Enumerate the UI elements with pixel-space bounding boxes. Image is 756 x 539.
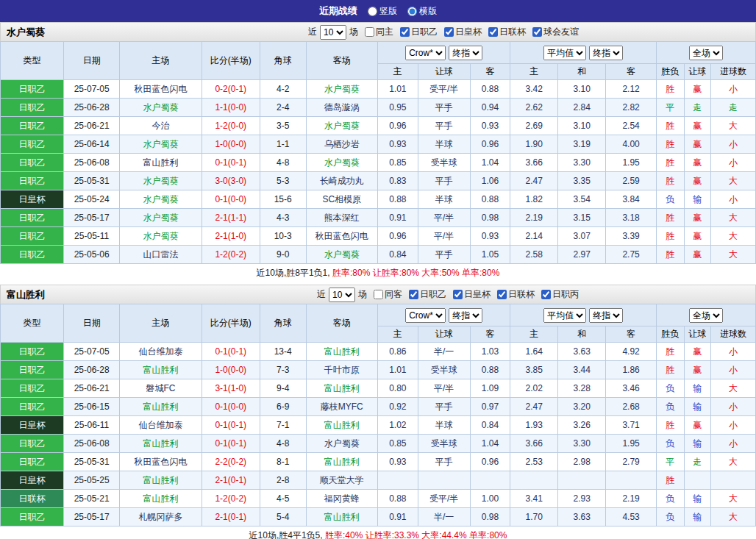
home-team-cell[interactable]: 富山胜利	[120, 154, 202, 172]
average-select[interactable]: 平均值	[543, 308, 586, 323]
home-team-cell[interactable]: 秋田蓝色闪电	[120, 453, 202, 471]
sub-column-header: 客	[606, 326, 657, 343]
home-team-cell[interactable]: 水户蜀葵	[120, 99, 202, 117]
league-checkbox[interactable]	[541, 290, 551, 299]
away-team-cell[interactable]: 长崎成功丸	[306, 172, 377, 190]
same-venue-checkbox[interactable]	[374, 290, 383, 299]
bookmaker-select[interactable]: Crow*	[405, 46, 446, 60]
home-team-cell[interactable]: 水户蜀葵	[120, 135, 202, 154]
home-team-cell[interactable]: 仙台维加泰	[120, 343, 202, 361]
home-team-cell[interactable]: 水户蜀葵	[120, 209, 202, 227]
away-team-cell[interactable]: 水户蜀葵	[306, 117, 377, 135]
away-team-cell[interactable]: 水户蜀葵	[306, 80, 377, 99]
away-team-cell[interactable]: 水户蜀葵	[306, 246, 377, 264]
odds-cell: 1.05	[470, 246, 510, 264]
league-checkbox[interactable]	[453, 290, 463, 299]
away-team-cell[interactable]: 顺天堂大学	[306, 471, 377, 490]
home-team-cell[interactable]: 仙台维加泰	[120, 416, 202, 435]
score-cell: 3-1(1-0)	[202, 379, 260, 398]
home-team-cell[interactable]: 今治	[120, 117, 202, 135]
bookmaker-select[interactable]: Crow*	[405, 308, 446, 323]
league-checkbox[interactable]	[444, 27, 454, 37]
home-team-cell[interactable]: 富山胜利	[120, 471, 202, 490]
home-team-cell[interactable]: 札幌冈萨多	[120, 508, 202, 526]
same-venue-filter[interactable]: 同客	[368, 288, 402, 301]
scope-select[interactable]: 全场	[689, 308, 723, 323]
away-team-cell[interactable]: 熊本深红	[306, 209, 377, 227]
away-team-cell[interactable]: 水户蜀葵	[306, 154, 377, 172]
home-team-cell[interactable]: 水户蜀葵	[120, 190, 202, 209]
league-checkbox[interactable]	[497, 290, 507, 299]
away-team-cell[interactable]: 藤枝MYFC	[306, 398, 377, 416]
league-filter[interactable]: 日皇杯	[448, 288, 491, 301]
away-team-cell[interactable]: 富山胜利	[306, 453, 377, 471]
league-checkbox[interactable]	[532, 27, 542, 37]
result-cell: 赢	[684, 117, 710, 135]
league-filter-label: 球会友谊	[543, 26, 579, 38]
league-filter[interactable]: 日联杯	[483, 26, 526, 38]
date-cell: 25-06-14	[64, 135, 120, 154]
result-cell: 输	[684, 379, 710, 398]
date-cell: 25-05-11	[64, 227, 120, 246]
league-filter[interactable]: 日职丙	[536, 288, 579, 301]
avg-odds-cell: 3.07	[558, 227, 606, 246]
league-type-cell: 日职乙	[1, 117, 64, 135]
odds-period-select[interactable]: 终指	[449, 308, 482, 323]
avg-period-select[interactable]: 终指	[589, 46, 623, 60]
odds-period-select[interactable]: 终指	[449, 46, 482, 60]
home-team-cell[interactable]: 秋田蓝色闪电	[120, 80, 202, 99]
league-checkbox[interactable]	[409, 290, 418, 299]
sub-column-header: 进球数	[711, 326, 756, 343]
away-team-cell[interactable]: SC相模原	[306, 190, 377, 209]
away-team-cell[interactable]: 水户蜀葵	[306, 435, 377, 453]
league-type-cell: 日职乙	[1, 99, 64, 117]
home-team-cell[interactable]: 水户蜀葵	[120, 172, 202, 190]
scope-group: 全场	[657, 304, 756, 326]
away-team-cell[interactable]: 千叶市原	[306, 361, 377, 379]
away-team-cell[interactable]: 富山胜利	[306, 343, 377, 361]
home-team-cell[interactable]: 富山胜利	[120, 435, 202, 453]
sub-column-header: 胜负	[657, 326, 685, 343]
league-checkbox[interactable]	[488, 27, 498, 37]
score-cell: 0-1(0-0)	[202, 398, 260, 416]
avg-odds-cell: 3.35	[558, 172, 606, 190]
result-cell: 输	[684, 190, 710, 209]
league-filter[interactable]: 日皇杯	[439, 26, 482, 38]
league-type-cell: 日职乙	[1, 154, 64, 172]
league-checkbox[interactable]	[400, 27, 410, 37]
sub-column-header: 让球	[418, 326, 470, 343]
average-select[interactable]: 平均值	[543, 46, 586, 60]
away-team-cell[interactable]: 乌栖沙岩	[306, 135, 377, 154]
same-venue-filter[interactable]: 同主	[360, 26, 393, 38]
away-team-cell[interactable]: 秋田蓝色闪电	[306, 227, 377, 246]
same-venue-checkbox[interactable]	[365, 27, 374, 37]
avg-odds-cell: 3.71	[606, 416, 657, 435]
league-filter[interactable]: 球会友谊	[527, 26, 579, 38]
layout-vertical-option[interactable]: 竖版	[368, 5, 397, 18]
home-team-cell[interactable]: 磐城FC	[120, 379, 202, 398]
league-filter[interactable]: 日职乙	[395, 26, 438, 38]
avg-odds-cell: 3.10	[558, 117, 606, 135]
home-team-cell[interactable]: 山口雷法	[120, 246, 202, 264]
horizontal-radio[interactable]	[407, 7, 417, 16]
away-team-cell[interactable]: 富山胜利	[306, 379, 377, 398]
away-team-cell[interactable]: 德岛漩涡	[306, 99, 377, 117]
scope-select[interactable]: 全场	[689, 46, 723, 60]
home-team-cell[interactable]: 富山胜利	[120, 398, 202, 416]
avg-period-select[interactable]: 终指	[589, 308, 623, 323]
vertical-radio[interactable]	[368, 7, 377, 16]
layout-horizontal-option[interactable]: 横版	[407, 5, 437, 18]
home-team-cell[interactable]: 水户蜀葵	[120, 227, 202, 246]
league-filter[interactable]: 日联杯	[492, 288, 535, 301]
odds-cell: 平手	[418, 172, 470, 190]
match-count-select[interactable]: 10	[329, 288, 355, 302]
away-team-cell[interactable]: 福冈黄蜂	[306, 490, 377, 508]
home-team-cell[interactable]: 富山胜利	[120, 490, 202, 508]
match-count-select[interactable]: 10	[320, 25, 346, 40]
league-filter[interactable]: 日职乙	[404, 288, 446, 301]
home-team-cell[interactable]: 富山胜利	[120, 361, 202, 379]
away-team-cell[interactable]: 富山胜利	[306, 508, 377, 526]
team-section: 水户蜀葵近10场同主日职乙日皇杯日联杯球会友谊类型日期主场比分(半场)角球客场C…	[0, 22, 756, 282]
away-team-cell[interactable]: 富山胜利	[306, 416, 377, 435]
score-cell: 1-2(0-0)	[202, 117, 260, 135]
